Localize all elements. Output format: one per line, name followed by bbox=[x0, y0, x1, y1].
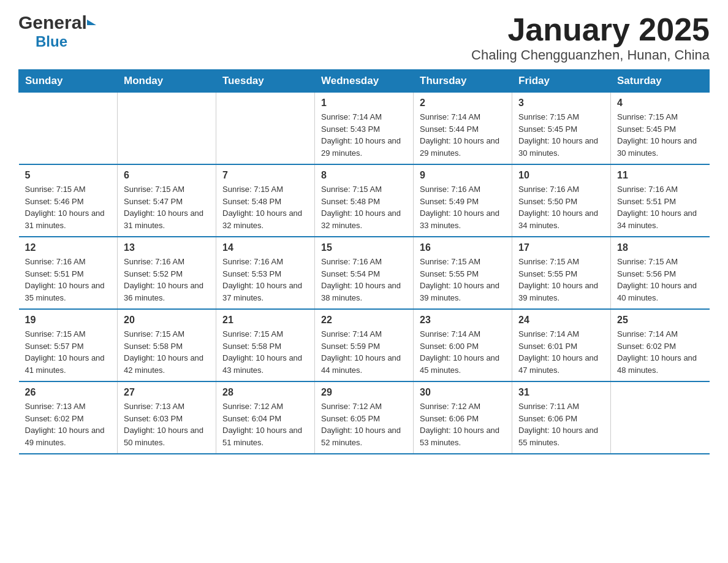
sunrise-text: Sunrise: 7:15 AM bbox=[222, 329, 283, 339]
sunrise-text: Sunrise: 7:16 AM bbox=[124, 257, 184, 266]
daylight-text: Daylight: 10 hours and 39 minutes. bbox=[420, 281, 499, 302]
day-info: Sunrise: 7:14 AMSunset: 5:59 PMDaylight:… bbox=[321, 328, 407, 376]
sunset-text: Sunset: 6:01 PM bbox=[518, 342, 577, 351]
calendar-cell: 27Sunrise: 7:13 AMSunset: 6:03 PMDayligh… bbox=[118, 381, 216, 454]
day-info: Sunrise: 7:13 AMSunset: 6:02 PMDaylight:… bbox=[25, 400, 112, 448]
daylight-text: Daylight: 10 hours and 50 minutes. bbox=[124, 426, 203, 447]
calendar-cell: 3Sunrise: 7:15 AMSunset: 5:45 PMDaylight… bbox=[512, 93, 611, 165]
daylight-text: Daylight: 10 hours and 37 minutes. bbox=[222, 281, 302, 302]
sunset-text: Sunset: 6:02 PM bbox=[25, 414, 84, 423]
calendar-cell: 1Sunrise: 7:14 AMSunset: 5:43 PMDaylight… bbox=[315, 93, 414, 165]
day-number: 29 bbox=[321, 387, 407, 398]
calendar-cell bbox=[118, 93, 216, 165]
day-info: Sunrise: 7:15 AMSunset: 5:48 PMDaylight:… bbox=[222, 183, 308, 231]
sunset-text: Sunset: 5:53 PM bbox=[222, 269, 281, 278]
sunrise-text: Sunrise: 7:14 AM bbox=[321, 112, 382, 121]
sunrise-text: Sunrise: 7:16 AM bbox=[420, 185, 480, 194]
day-info: Sunrise: 7:15 AMSunset: 5:47 PMDaylight:… bbox=[124, 183, 210, 231]
calendar-cell bbox=[611, 381, 710, 454]
daylight-text: Daylight: 10 hours and 33 minutes. bbox=[420, 209, 499, 230]
sunrise-text: Sunrise: 7:12 AM bbox=[321, 402, 382, 411]
daylight-text: Daylight: 10 hours and 32 minutes. bbox=[222, 209, 302, 230]
col-wednesday: Wednesday bbox=[315, 70, 414, 93]
day-info: Sunrise: 7:15 AMSunset: 5:58 PMDaylight:… bbox=[124, 328, 210, 376]
day-number: 9 bbox=[420, 170, 506, 181]
sunset-text: Sunset: 5:55 PM bbox=[518, 269, 577, 278]
sunrise-text: Sunrise: 7:15 AM bbox=[518, 112, 579, 121]
calendar-cell bbox=[216, 93, 315, 165]
calendar-cell: 5Sunrise: 7:15 AMSunset: 5:46 PMDaylight… bbox=[19, 164, 118, 237]
calendar-cell: 28Sunrise: 7:12 AMSunset: 6:04 PMDayligh… bbox=[216, 381, 315, 454]
calendar-cell: 6Sunrise: 7:15 AMSunset: 5:47 PMDaylight… bbox=[118, 164, 216, 237]
day-info: Sunrise: 7:14 AMSunset: 6:00 PMDaylight:… bbox=[420, 328, 506, 376]
daylight-text: Daylight: 10 hours and 52 minutes. bbox=[321, 426, 401, 447]
daylight-text: Daylight: 10 hours and 49 minutes. bbox=[25, 426, 105, 447]
logo: General Blue bbox=[18, 12, 94, 50]
daylight-text: Daylight: 10 hours and 44 minutes. bbox=[321, 353, 401, 375]
sunset-text: Sunset: 6:06 PM bbox=[518, 414, 577, 423]
daylight-text: Daylight: 10 hours and 38 minutes. bbox=[321, 281, 401, 302]
day-number: 1 bbox=[321, 98, 407, 109]
sunset-text: Sunset: 6:05 PM bbox=[321, 414, 380, 423]
daylight-text: Daylight: 10 hours and 42 minutes. bbox=[124, 353, 203, 375]
sunset-text: Sunset: 5:56 PM bbox=[617, 269, 676, 278]
day-number: 21 bbox=[222, 315, 308, 326]
logo-general-text: General bbox=[18, 12, 87, 33]
calendar-week-row: 19Sunrise: 7:15 AMSunset: 5:57 PMDayligh… bbox=[19, 309, 710, 381]
sunset-text: Sunset: 5:45 PM bbox=[518, 124, 577, 134]
sunset-text: Sunset: 5:50 PM bbox=[518, 197, 577, 206]
day-number: 19 bbox=[25, 315, 112, 326]
sunrise-text: Sunrise: 7:13 AM bbox=[25, 402, 86, 411]
sunrise-text: Sunrise: 7:12 AM bbox=[420, 402, 480, 411]
sunrise-text: Sunrise: 7:11 AM bbox=[518, 402, 579, 411]
daylight-text: Daylight: 10 hours and 40 minutes. bbox=[617, 281, 697, 302]
sunrise-text: Sunrise: 7:15 AM bbox=[25, 185, 86, 194]
day-info: Sunrise: 7:16 AMSunset: 5:51 PMDaylight:… bbox=[25, 256, 112, 304]
day-number: 22 bbox=[321, 315, 407, 326]
sunset-text: Sunset: 5:58 PM bbox=[222, 342, 281, 351]
sunset-text: Sunset: 5:51 PM bbox=[617, 197, 676, 206]
day-info: Sunrise: 7:15 AMSunset: 5:55 PMDaylight:… bbox=[518, 256, 604, 304]
sunset-text: Sunset: 5:48 PM bbox=[222, 197, 281, 206]
calendar-cell: 29Sunrise: 7:12 AMSunset: 6:05 PMDayligh… bbox=[315, 381, 414, 454]
calendar-week-row: 26Sunrise: 7:13 AMSunset: 6:02 PMDayligh… bbox=[19, 381, 710, 454]
daylight-text: Daylight: 10 hours and 41 minutes. bbox=[25, 353, 105, 375]
col-sunday: Sunday bbox=[19, 70, 118, 93]
day-info: Sunrise: 7:16 AMSunset: 5:52 PMDaylight:… bbox=[124, 256, 210, 304]
sunrise-text: Sunrise: 7:15 AM bbox=[124, 329, 184, 339]
calendar-cell: 2Sunrise: 7:14 AMSunset: 5:44 PMDaylight… bbox=[414, 93, 512, 165]
sunset-text: Sunset: 5:47 PM bbox=[124, 197, 183, 206]
col-saturday: Saturday bbox=[611, 70, 710, 93]
sunrise-text: Sunrise: 7:15 AM bbox=[420, 257, 480, 266]
daylight-text: Daylight: 10 hours and 45 minutes. bbox=[420, 353, 499, 375]
sunrise-text: Sunrise: 7:14 AM bbox=[617, 329, 678, 339]
col-tuesday: Tuesday bbox=[216, 70, 315, 93]
sunrise-text: Sunrise: 7:15 AM bbox=[321, 185, 382, 194]
day-info: Sunrise: 7:16 AMSunset: 5:50 PMDaylight:… bbox=[518, 183, 604, 231]
col-friday: Friday bbox=[512, 70, 611, 93]
sunset-text: Sunset: 5:57 PM bbox=[25, 342, 84, 351]
calendar-cell: 19Sunrise: 7:15 AMSunset: 5:57 PMDayligh… bbox=[19, 309, 118, 381]
day-info: Sunrise: 7:16 AMSunset: 5:54 PMDaylight:… bbox=[321, 256, 407, 304]
sunrise-text: Sunrise: 7:16 AM bbox=[321, 257, 382, 266]
calendar-cell: 20Sunrise: 7:15 AMSunset: 5:58 PMDayligh… bbox=[118, 309, 216, 381]
day-info: Sunrise: 7:14 AMSunset: 6:02 PMDaylight:… bbox=[617, 328, 703, 376]
day-info: Sunrise: 7:11 AMSunset: 6:06 PMDaylight:… bbox=[518, 400, 604, 448]
sunrise-text: Sunrise: 7:14 AM bbox=[420, 112, 480, 121]
daylight-text: Daylight: 10 hours and 51 minutes. bbox=[222, 426, 302, 447]
daylight-text: Daylight: 10 hours and 36 minutes. bbox=[124, 281, 203, 302]
sunset-text: Sunset: 5:43 PM bbox=[321, 124, 380, 134]
sunset-text: Sunset: 5:45 PM bbox=[617, 124, 676, 134]
daylight-text: Daylight: 10 hours and 34 minutes. bbox=[617, 209, 697, 230]
day-number: 13 bbox=[124, 242, 210, 253]
daylight-text: Daylight: 10 hours and 32 minutes. bbox=[321, 209, 401, 230]
sunset-text: Sunset: 5:48 PM bbox=[321, 197, 380, 206]
daylight-text: Daylight: 10 hours and 43 minutes. bbox=[222, 353, 302, 375]
calendar-cell: 31Sunrise: 7:11 AMSunset: 6:06 PMDayligh… bbox=[512, 381, 611, 454]
sunset-text: Sunset: 5:55 PM bbox=[420, 269, 479, 278]
sunset-text: Sunset: 6:06 PM bbox=[420, 414, 479, 423]
sunset-text: Sunset: 6:04 PM bbox=[222, 414, 281, 423]
calendar-week-row: 1Sunrise: 7:14 AMSunset: 5:43 PMDaylight… bbox=[19, 93, 710, 165]
daylight-text: Daylight: 10 hours and 31 minutes. bbox=[25, 209, 105, 230]
logo-blue-text: Blue bbox=[36, 33, 67, 50]
